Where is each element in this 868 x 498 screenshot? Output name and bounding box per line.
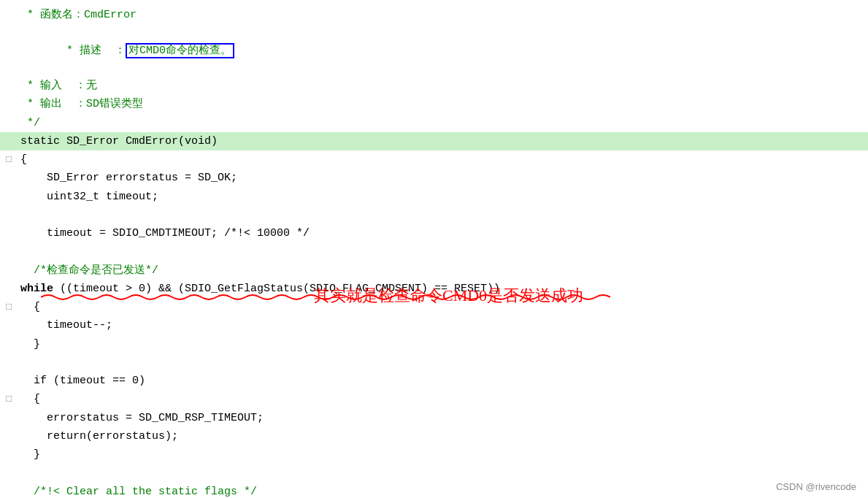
line-1: * 函数名：CmdError	[0, 6, 868, 24]
code-7: {	[15, 151, 868, 168]
watermark: CSDN @rivencode	[776, 481, 856, 492]
gutter-7: □	[0, 153, 15, 167]
gutter-14	[0, 282, 15, 296]
code-12	[15, 243, 868, 260]
code-4: * 输出 ：SD错误类型	[15, 96, 868, 112]
line-13: /*检查命令是否已发送*/	[0, 261, 868, 280]
gutter-21	[0, 411, 15, 426]
gutter-9	[0, 190, 15, 204]
line-6: static SD_Error CmdError(void)	[0, 132, 868, 150]
line-3: * 输入 ：无	[0, 77, 868, 95]
gutter-4	[0, 97, 15, 112]
code-8: SD_Error errorstatus = SD_OK;	[15, 169, 868, 186]
code-2: * 描述 ：对CMD0命令的检查。	[15, 25, 868, 76]
gutter-20: □	[0, 392, 15, 407]
code-2-boxed: 对CMD0命令的检查。	[126, 43, 234, 58]
gutter-3	[0, 79, 15, 93]
line-2: * 描述 ：对CMD0命令的检查。	[0, 24, 868, 77]
line-25: /*!< Clear all the static flags */	[0, 483, 868, 499]
gutter-25	[0, 485, 15, 499]
gutter-1	[0, 8, 15, 23]
gutter-11	[0, 226, 15, 241]
code-container: * 函数名：CmdError * 描述 ：对CMD0命令的检查。 * 输入 ：无…	[0, 0, 868, 498]
code-21: errorstatus = SD_CMD_RSP_TIMEOUT;	[15, 410, 868, 426]
code-2-prefix: * 描述 ：	[60, 45, 126, 57]
code-16: timeout--;	[15, 317, 868, 334]
gutter-18	[0, 356, 15, 370]
gutter-10	[0, 208, 15, 223]
line-17: }	[0, 335, 868, 353]
code-18	[15, 354, 868, 371]
gutter-6	[0, 134, 15, 149]
line-11: timeout = SDIO_CMDTIMEOUT; /*!< 10000 */	[0, 224, 868, 242]
code-20: {	[15, 391, 868, 407]
gutter-16	[0, 318, 15, 333]
code-5: */	[15, 115, 868, 131]
line-5: */	[0, 114, 868, 132]
code-19: if (timeout == 0)	[15, 372, 868, 389]
gutter-23	[0, 448, 15, 462]
gutter-22	[0, 429, 15, 444]
line-20: □ {	[0, 390, 868, 408]
line-7: □ {	[0, 150, 868, 169]
gutter-5	[0, 116, 15, 131]
while-keyword: while	[20, 283, 53, 295]
code-9: uint32_t timeout;	[15, 188, 868, 205]
code-23: }	[15, 446, 868, 463]
gutter-2	[0, 26, 15, 41]
code-3: * 输入 ：无	[15, 77, 868, 94]
line-8: SD_Error errorstatus = SD_OK;	[0, 169, 868, 187]
code-22: return(errorstatus);	[15, 428, 868, 445]
annotation-container: 其实就是检查命令CMD0是否发送成功	[314, 285, 583, 307]
line-10	[0, 206, 868, 224]
code-13: /*检查命令是否已发送*/	[15, 262, 868, 279]
line-24	[0, 464, 868, 482]
code-10	[15, 207, 868, 223]
gutter-13	[0, 264, 15, 278]
code-1: * 函数名：CmdError	[15, 7, 868, 23]
line-12	[0, 242, 868, 261]
code-6: static SD_Error CmdError(void)	[15, 133, 868, 150]
line-23: }	[0, 445, 868, 464]
line-4: * 输出 ：SD错误类型	[0, 95, 868, 113]
gutter-19	[0, 374, 15, 388]
code-17: }	[15, 336, 868, 353]
code-24	[15, 464, 868, 481]
line-19: if (timeout == 0)	[0, 372, 868, 390]
line-18	[0, 353, 868, 372]
gutter-12	[0, 245, 15, 259]
code-25: /*!< Clear all the static flags */	[15, 483, 868, 499]
line-16: timeout--;	[0, 316, 868, 334]
line-22: return(errorstatus);	[0, 427, 868, 445]
gutter-8	[0, 171, 15, 185]
annotation-text: 其实就是检查命令CMD0是否发送成功	[314, 286, 583, 304]
gutter-24	[0, 466, 15, 480]
gutter-15: □	[0, 300, 15, 315]
gutter-17	[0, 337, 15, 352]
line-21: errorstatus = SD_CMD_RSP_TIMEOUT;	[0, 409, 868, 427]
code-11: timeout = SDIO_CMDTIMEOUT; /*!< 10000 */	[15, 225, 868, 242]
line-9: uint32_t timeout;	[0, 188, 868, 206]
